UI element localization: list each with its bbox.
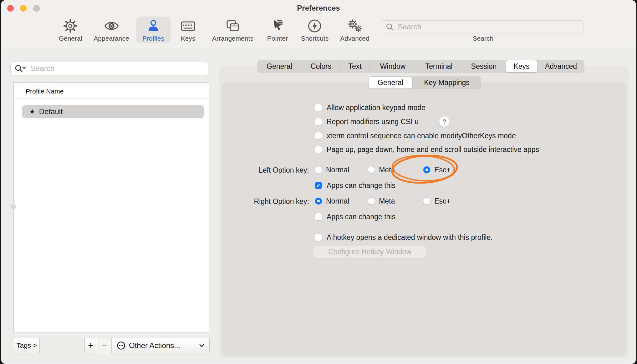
- gear-icon: [63, 18, 78, 34]
- configure-hotkey-window-button[interactable]: Configure Hotkey Window: [313, 246, 426, 258]
- checkbox-keypad[interactable]: [315, 104, 322, 111]
- divider: [237, 159, 611, 159]
- profile-row-default[interactable]: ★ Default: [22, 105, 204, 118]
- toolbar-label: Appearance: [94, 35, 129, 42]
- radio-label[interactable]: Normal: [326, 197, 349, 205]
- radio-label[interactable]: Meta: [379, 166, 395, 174]
- left-apps-change-row: ✓ Apps can change this: [315, 179, 395, 192]
- radio-label[interactable]: Esc+: [434, 166, 451, 174]
- left-option-radios: Normal Meta Esc+: [315, 163, 451, 177]
- chevron-down-icon: [199, 343, 205, 348]
- gears-icon: [347, 18, 363, 34]
- checkbox-label[interactable]: Report modifiers using CSI u: [327, 118, 419, 126]
- toolbar-item-advanced[interactable]: Advanced: [340, 18, 369, 42]
- profile-search-field[interactable]: [10, 62, 208, 75]
- plus-icon: +: [88, 340, 94, 351]
- tags-button-label: Tags >: [17, 341, 37, 350]
- checkbox-row-scroll-outside: Page up, page down, home and end scroll …: [315, 143, 539, 156]
- checkbox-csiu[interactable]: [315, 118, 322, 125]
- radio-label[interactable]: Normal: [326, 166, 349, 174]
- checkbox-label[interactable]: xterm control sequence can enable modify…: [327, 132, 516, 140]
- checkbox-label[interactable]: Page up, page down, home and end scroll …: [327, 145, 539, 154]
- toolbar-search-field[interactable]: [381, 20, 584, 33]
- radio-left-meta[interactable]: [368, 166, 375, 173]
- tab-keys[interactable]: Keys: [506, 60, 537, 72]
- left-option-key-label: Left Option key:: [220, 166, 309, 174]
- radio-right-meta[interactable]: [368, 198, 375, 205]
- checkbox-label[interactable]: Apps can change this: [327, 213, 395, 221]
- toolbar-item-keys[interactable]: Keys: [180, 18, 196, 42]
- checkbox-row-csiu: Report modifiers using CSI u: [315, 115, 419, 129]
- tab-colors[interactable]: Colors: [302, 60, 340, 72]
- toolbar-label: Arrangements: [212, 35, 253, 42]
- tab-advanced[interactable]: Advanced: [538, 60, 584, 72]
- toolbar-label: Keys: [181, 35, 196, 42]
- checkbox-right-apps-change[interactable]: [315, 213, 322, 220]
- checkbox-hotkey[interactable]: [315, 234, 322, 241]
- toolbar-item-pointer[interactable]: Pointer: [267, 18, 288, 42]
- radio-left-normal[interactable]: [315, 166, 322, 173]
- search-input[interactable]: [397, 22, 573, 32]
- subtab-general[interactable]: General: [369, 77, 412, 88]
- checkbox-left-apps-change[interactable]: ✓: [315, 182, 322, 189]
- tab-session[interactable]: Session: [462, 60, 506, 72]
- subtab-key-mappings[interactable]: Key Mappings: [412, 77, 481, 89]
- tab-general[interactable]: General: [257, 60, 302, 72]
- checkbox-label[interactable]: Allow application keypad mode: [327, 104, 426, 112]
- toolbar-item-profiles[interactable]: Profiles: [142, 18, 164, 42]
- toolbar-label: Pointer: [267, 35, 288, 42]
- help-button[interactable]: ?: [439, 116, 450, 127]
- right-option-radios: Normal Meta Esc+: [315, 194, 451, 208]
- toolbar-search-caption: Search: [473, 35, 494, 42]
- star-icon: ★: [29, 108, 35, 116]
- other-actions-dropdown[interactable]: Other Actions...: [112, 338, 210, 353]
- keys-general-subpanel: [222, 83, 626, 356]
- keyboard-icon: [180, 18, 196, 34]
- eye-icon: [103, 18, 120, 34]
- checkbox-scroll-outside[interactable]: [315, 146, 322, 153]
- windows-icon: [225, 18, 241, 34]
- toolbar-label: Profiles: [142, 35, 164, 42]
- profile-tabs: General Colors Text Window Terminal Sess…: [257, 60, 584, 73]
- radio-left-esc[interactable]: [423, 166, 430, 173]
- right-option-key-label: Right Option key:: [220, 197, 309, 206]
- toolbar-item-shortcuts[interactable]: Shortcuts: [301, 18, 329, 42]
- add-profile-button[interactable]: +: [84, 338, 97, 353]
- toolbar-item-appearance[interactable]: Appearance: [94, 18, 129, 42]
- preferences-window: Preferences General Appearance: [1, 0, 636, 364]
- hotkey-row: A hotkey opens a dedicated window with t…: [315, 230, 493, 244]
- checkbox-row-modifyotherkeys: xterm control sequence can enable modify…: [315, 129, 516, 143]
- remove-profile-button[interactable]: −: [97, 338, 112, 353]
- screen: Preferences General Appearance: [0, 0, 637, 364]
- right-apps-change-row: Apps can change this: [315, 210, 395, 224]
- checkbox-label[interactable]: Apps can change this: [327, 181, 395, 190]
- profile-search-input[interactable]: [30, 64, 194, 73]
- checkbox-modifyotherkeys[interactable]: [315, 132, 322, 139]
- profile-list-panel: Profile Name ★ Default: [13, 82, 209, 332]
- toolbar-item-arrangements[interactable]: Arrangements: [212, 18, 253, 42]
- radio-right-normal[interactable]: [315, 198, 322, 205]
- cursor-icon: [270, 18, 285, 34]
- toolbar-label: Advanced: [340, 35, 369, 42]
- toolbar-label: Shortcuts: [301, 35, 329, 42]
- ellipsis-circle-icon: [116, 341, 126, 350]
- radio-right-esc[interactable]: [423, 198, 430, 205]
- minus-icon: −: [102, 341, 107, 351]
- other-actions-label: Other Actions...: [129, 341, 199, 350]
- tab-text[interactable]: Text: [340, 60, 369, 72]
- profile-list-header: Profile Name: [26, 88, 64, 95]
- tab-window[interactable]: Window: [370, 60, 416, 72]
- toolbar-item-general[interactable]: General: [59, 18, 82, 42]
- divider: [237, 227, 611, 227]
- radio-label[interactable]: Esc+: [434, 197, 451, 205]
- search-icon: [386, 23, 394, 31]
- tags-button[interactable]: Tags >: [14, 338, 40, 353]
- radio-label[interactable]: Meta: [379, 197, 395, 205]
- checkbox-label[interactable]: A hotkey opens a dedicated window with t…: [327, 233, 493, 242]
- person-icon: [146, 18, 161, 34]
- checkbox-row-keypad: Allow application keypad mode: [315, 101, 426, 114]
- search-scope-icon: [14, 64, 27, 73]
- tab-terminal[interactable]: Terminal: [416, 60, 462, 72]
- window-title: Preferences: [1, 4, 636, 13]
- divider: [14, 99, 209, 99]
